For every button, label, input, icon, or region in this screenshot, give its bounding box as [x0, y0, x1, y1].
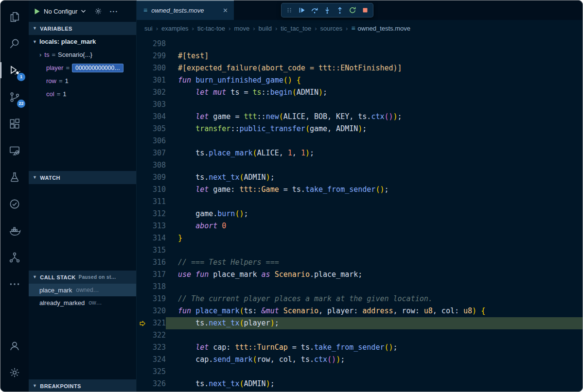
docker-icon[interactable]	[0, 217, 29, 244]
stop-button[interactable]	[359, 4, 371, 17]
code-line-305[interactable]: 305 transfer::public_transfer(game, ADMI…	[137, 123, 583, 135]
stack-frame-already_marked[interactable]: already_markedow…	[29, 296, 136, 309]
breadcrumb-item[interactable]: tic-tac-toe	[197, 25, 225, 32]
code-line-306[interactable]: 306	[137, 135, 583, 147]
code-editor[interactable]: 298299#[test]300#[expected_failure(abort…	[137, 36, 583, 392]
code-line-313[interactable]: 313 abort 0	[137, 220, 583, 232]
search-icon[interactable]	[0, 30, 29, 57]
breakpoint-gutter[interactable]	[137, 366, 147, 378]
scope-row[interactable]: ▼ locals: place_mark	[29, 35, 136, 48]
step-into-button[interactable]	[321, 4, 334, 17]
variables-section-header[interactable]: ▼ VARIABLES	[29, 22, 136, 35]
continue-button[interactable]	[296, 4, 308, 17]
code-line-320[interactable]: 320fun place_mark(ts: &mut Scenario, pla…	[137, 305, 583, 317]
watch-section-header[interactable]: ▼ WATCH	[29, 171, 136, 184]
code-line-301[interactable]: 301fun burn_unfinished_game() {	[137, 74, 583, 86]
breakpoint-gutter[interactable]	[137, 269, 147, 281]
account-icon[interactable]	[0, 332, 29, 359]
more-actions-icon[interactable]	[0, 271, 29, 297]
code-line-299[interactable]: 299#[test]	[137, 50, 583, 62]
source-control-icon[interactable]: 22	[0, 84, 29, 110]
breakpoint-gutter[interactable]	[137, 244, 147, 256]
code-line-303[interactable]: 303	[137, 99, 583, 111]
breakpoint-gutter[interactable]	[137, 184, 147, 196]
breakpoints-section-header[interactable]: ▼ BREAKPOINTS	[29, 379, 136, 392]
debug-config-dropdown[interactable]: No Configur	[44, 8, 77, 15]
code-line-309[interactable]: 309 ts.next_tx(ADMIN);	[137, 171, 583, 184]
code-line-314[interactable]: 314}	[137, 232, 583, 244]
breakpoint-gutter[interactable]	[137, 378, 147, 390]
breadcrumb-file[interactable]: ≡owned_tests.move	[351, 24, 410, 32]
breadcrumb-item[interactable]: sui	[144, 25, 153, 32]
code-line-316[interactable]: 316// === Test Helpers ===	[137, 256, 583, 269]
debug-settings-gear-icon[interactable]	[94, 7, 102, 15]
code-line-324[interactable]: 324 cap.send_mark(row, col, ts.ctx());	[137, 354, 583, 366]
code-line-298[interactable]: 298	[137, 38, 583, 50]
breadcrumb-item[interactable]: move	[234, 25, 249, 32]
breakpoint-gutter[interactable]	[137, 293, 147, 305]
restart-button[interactable]	[346, 4, 359, 17]
testing-check-icon[interactable]	[0, 190, 29, 217]
code-line-322[interactable]: 322	[137, 329, 583, 341]
breakpoint-gutter[interactable]	[137, 354, 147, 366]
breadcrumb-item[interactable]: tic_tac_toe	[281, 25, 311, 32]
breakpoint-gutter[interactable]	[137, 305, 147, 317]
breakpoint-gutter[interactable]	[137, 208, 147, 220]
variable-value[interactable]: 000000000000…	[72, 64, 124, 72]
breakpoint-gutter[interactable]	[137, 159, 147, 171]
breakpoint-gutter[interactable]	[137, 99, 147, 111]
breakpoint-gutter[interactable]	[137, 50, 147, 62]
breadcrumb-item[interactable]: build	[259, 25, 272, 32]
code-line-319[interactable]: 319// The current player places a mark a…	[137, 293, 583, 305]
breakpoint-gutter[interactable]	[137, 232, 147, 244]
call-stack-section-header[interactable]: ▼ CALL STACK Paused on st…	[29, 271, 136, 284]
breakpoint-gutter[interactable]	[137, 86, 147, 99]
code-line-321[interactable]: 321 ts.next_tx(player);	[137, 317, 583, 329]
explorer-icon[interactable]	[0, 3, 29, 30]
code-line-323[interactable]: 323 let cap: ttt::TurnCap = ts.take_from…	[137, 341, 583, 354]
code-line-317[interactable]: 317use fun place_mark as Scenario.place_…	[137, 269, 583, 281]
expand-chevron-icon[interactable]: ›	[39, 51, 41, 58]
remote-explorer-icon[interactable]	[0, 137, 29, 164]
start-debug-icon[interactable]	[34, 8, 40, 15]
code-line-315[interactable]: 315	[137, 244, 583, 256]
variable-row-col[interactable]: col=1	[29, 87, 136, 101]
breakpoint-gutter[interactable]	[137, 147, 147, 159]
step-over-button[interactable]	[308, 4, 321, 17]
tab-close-icon[interactable]: ✕	[223, 7, 228, 14]
code-line-308[interactable]: 308	[137, 159, 583, 171]
breadcrumb-item[interactable]: sources	[320, 25, 343, 32]
code-line-318[interactable]: 318	[137, 281, 583, 293]
breakpoint-gutter[interactable]	[137, 111, 147, 123]
variable-row-row[interactable]: row=1	[29, 74, 136, 87]
code-line-312[interactable]: 312 game.burn();	[137, 208, 583, 220]
test-beaker-icon[interactable]	[0, 164, 29, 190]
breakpoint-gutter[interactable]	[137, 123, 147, 135]
breakpoint-gutter[interactable]	[137, 220, 147, 232]
sidebar-more-actions-icon[interactable]: ···	[109, 7, 118, 16]
breakpoint-gutter[interactable]	[137, 329, 147, 341]
breakpoint-gutter[interactable]	[137, 74, 147, 86]
breakpoint-gutter[interactable]	[137, 196, 147, 208]
code-line-300[interactable]: 300#[expected_failure(abort_code = ttt::…	[137, 62, 583, 74]
breakpoint-gutter[interactable]	[137, 135, 147, 147]
references-icon[interactable]	[0, 244, 29, 271]
run-debug-icon[interactable]: 1	[0, 57, 29, 84]
settings-gear-icon[interactable]	[0, 359, 29, 386]
stack-frame-place_mark[interactable]: place_markowned…	[29, 284, 136, 296]
breakpoint-gutter[interactable]	[137, 62, 147, 74]
code-line-325[interactable]: 325	[137, 366, 583, 378]
code-line-311[interactable]: 311	[137, 196, 583, 208]
breakpoint-gutter[interactable]	[137, 281, 147, 293]
chevron-down-icon[interactable]	[81, 9, 86, 13]
breakpoint-gutter[interactable]	[137, 38, 147, 50]
code-line-304[interactable]: 304 let game = ttt::new(ALICE, BOB, KEY,…	[137, 111, 583, 123]
code-line-326[interactable]: 326 ts.next_tx(ADMIN);	[137, 378, 583, 390]
breadcrumb-item[interactable]: examples	[161, 25, 189, 32]
debug-toolbar-drag-handle[interactable]	[283, 4, 296, 17]
breakpoint-gutter[interactable]	[137, 341, 147, 354]
breakpoint-gutter[interactable]	[137, 256, 147, 269]
breakpoint-gutter[interactable]	[137, 171, 147, 184]
code-line-310[interactable]: 310 let game: ttt::Game = ts.take_from_s…	[137, 184, 583, 196]
step-out-button[interactable]	[334, 4, 346, 17]
